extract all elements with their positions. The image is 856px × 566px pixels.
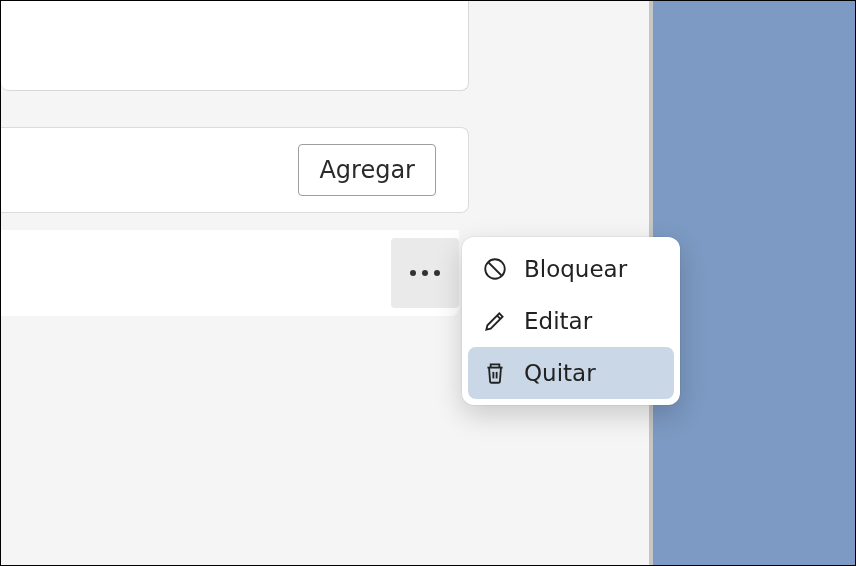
list-row	[1, 230, 459, 316]
add-button[interactable]: Agregar	[298, 144, 436, 196]
menu-item-block[interactable]: Bloquear	[468, 243, 674, 295]
edit-icon	[482, 308, 508, 334]
add-row-card: Agregar	[1, 127, 469, 213]
trash-icon	[482, 360, 508, 386]
menu-item-label: Bloquear	[524, 256, 627, 282]
menu-item-label: Editar	[524, 308, 592, 334]
more-options-button[interactable]	[391, 238, 459, 308]
ellipsis-icon	[410, 270, 440, 276]
context-menu: Bloquear Editar Quitar	[462, 237, 680, 405]
content-card-top	[1, 1, 469, 91]
block-icon	[482, 256, 508, 282]
svg-line-1	[489, 263, 502, 276]
menu-item-remove[interactable]: Quitar	[468, 347, 674, 399]
svg-line-2	[497, 316, 500, 319]
menu-item-edit[interactable]: Editar	[468, 295, 674, 347]
add-button-label: Agregar	[319, 156, 415, 184]
menu-item-label: Quitar	[524, 360, 596, 386]
right-sidebar-panel	[653, 1, 855, 565]
